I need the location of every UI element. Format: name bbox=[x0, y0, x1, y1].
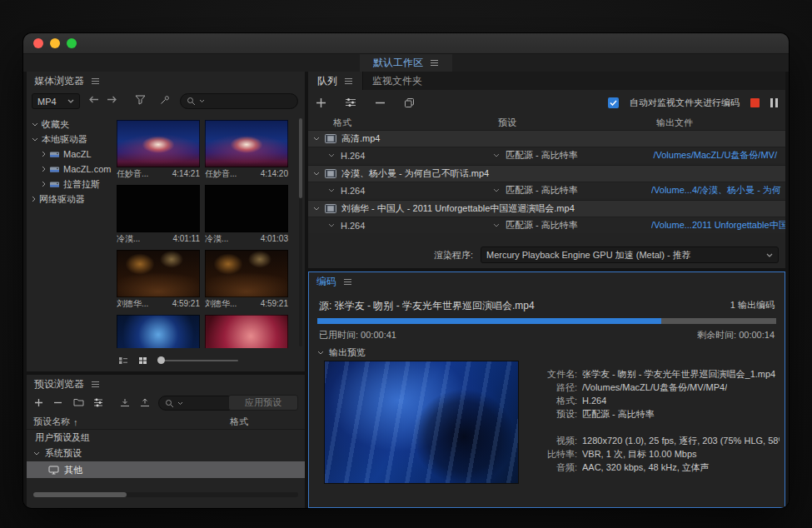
preset-name-column[interactable]: 预设名称 ↑ bbox=[27, 416, 78, 428]
thumbnail-view-icon[interactable] bbox=[138, 356, 147, 365]
chevron-down-icon[interactable] bbox=[32, 122, 38, 127]
pause-queue-button[interactable] bbox=[770, 98, 778, 107]
preset-row-user-presets[interactable]: 用户预设及组 bbox=[27, 430, 305, 446]
video-clip[interactable]: 冷漠... 4:01:11 bbox=[117, 185, 200, 245]
output-path-link[interactable]: /Volume...4/冷漠、杨小曼 - 为何 bbox=[651, 185, 781, 195]
output-preview-toggle[interactable]: 输出预览 bbox=[317, 346, 366, 359]
panel-menu-icon[interactable] bbox=[91, 77, 100, 85]
queue-source-row[interactable]: 冷漠、杨小曼 - 为何自己不听话.mp4 bbox=[308, 165, 785, 182]
import-preset-icon[interactable] bbox=[120, 398, 130, 407]
zoom-button[interactable] bbox=[67, 38, 77, 48]
media-search-box[interactable] bbox=[180, 93, 298, 109]
video-clip-partial[interactable] bbox=[205, 315, 288, 348]
duplicate-icon[interactable] bbox=[404, 97, 415, 108]
chevron-down-icon[interactable] bbox=[177, 401, 183, 406]
tree-item-drive-laplace[interactable]: 拉普拉斯 bbox=[27, 177, 115, 192]
tree-item-drive-maczl[interactable]: MacZL bbox=[27, 147, 115, 162]
remove-icon[interactable] bbox=[375, 97, 386, 108]
panel-menu-icon[interactable] bbox=[344, 77, 353, 85]
add-source-icon[interactable] bbox=[316, 97, 326, 108]
auto-encode-checkbox[interactable] bbox=[608, 97, 619, 108]
export-preset-icon[interactable] bbox=[140, 398, 150, 407]
output-format-link[interactable]: H.264 bbox=[341, 221, 365, 231]
chevron-down-icon[interactable] bbox=[313, 137, 320, 141]
preset-browser-header: 预设浏览器 bbox=[27, 375, 305, 393]
panel-menu-icon[interactable] bbox=[91, 381, 100, 388]
panel-menu-icon[interactable] bbox=[343, 278, 352, 286]
chevron-right-icon[interactable] bbox=[42, 181, 46, 187]
tree-item-drive-maczl-com[interactable]: MacZL.com bbox=[27, 162, 115, 177]
vertical-scrollbar[interactable] bbox=[299, 118, 302, 346]
preset-row-label: 系统预设 bbox=[45, 447, 82, 460]
preset-format-column[interactable]: 格式 bbox=[230, 416, 248, 428]
chevron-right-icon[interactable] bbox=[32, 196, 36, 202]
chevron-down-icon[interactable] bbox=[493, 188, 500, 192]
chevron-down-icon[interactable] bbox=[32, 137, 38, 142]
stop-queue-button[interactable] bbox=[750, 98, 760, 107]
scrollbar-thumb[interactable] bbox=[299, 118, 302, 198]
media-search-input[interactable] bbox=[208, 97, 291, 107]
chevron-right-icon[interactable] bbox=[42, 151, 46, 157]
video-clip[interactable]: 刘德华... 4:59:21 bbox=[205, 250, 288, 310]
output-preset-link[interactable]: 匹配源 - 高比特率 bbox=[506, 219, 578, 232]
chevron-down-icon[interactable] bbox=[313, 207, 320, 211]
preset-row-system-presets[interactable]: 系统预设 bbox=[27, 446, 305, 461]
back-button[interactable] bbox=[88, 95, 99, 104]
video-clip[interactable]: 刘德华... 4:59:21 bbox=[117, 250, 200, 310]
horizontal-scrollbar[interactable] bbox=[33, 492, 298, 497]
preset-settings-icon[interactable] bbox=[93, 398, 103, 407]
output-format-link[interactable]: H.264 bbox=[341, 186, 365, 196]
scrollbar-thumb[interactable] bbox=[33, 492, 127, 497]
new-preset-group-icon[interactable] bbox=[73, 398, 84, 406]
list-view-icon[interactable] bbox=[118, 356, 128, 365]
chevron-down-icon[interactable] bbox=[33, 451, 40, 456]
video-clip[interactable]: 冷漠... 4:01:03 bbox=[205, 185, 288, 245]
tab-watch-folders[interactable]: 监视文件夹 bbox=[362, 72, 431, 90]
chevron-down-icon[interactable] bbox=[199, 99, 205, 103]
media-browser-footer bbox=[27, 350, 305, 371]
video-clip[interactable]: 任妙音... 4:14:20 bbox=[205, 120, 288, 180]
preset-row-other[interactable]: 其他 bbox=[27, 461, 305, 478]
video-clip[interactable]: 任妙音... 4:14:21 bbox=[117, 120, 200, 180]
queue-output-row[interactable]: H.264 匹配源 - 高比特率 /Volume...2011 Unforget… bbox=[308, 217, 785, 233]
format-filter-dropdown[interactable]: MP4 bbox=[32, 93, 80, 109]
chevron-down-icon[interactable] bbox=[493, 153, 500, 157]
ingest-settings-icon[interactable] bbox=[160, 95, 170, 105]
output-path-link[interactable]: /Volume...2011 Unforgettable中国 bbox=[651, 220, 785, 230]
queue-source-row[interactable]: 刘德华 - 中国人 - 2011 Unforgettable中国巡迴演唱会.mp… bbox=[308, 200, 785, 217]
add-output-icon[interactable] bbox=[345, 97, 356, 107]
minimize-button[interactable] bbox=[50, 38, 60, 48]
encoding-source-name: 源: 张学友 - 吻别 - 学友光年世界巡回演唱会.mp4 bbox=[319, 299, 535, 313]
thumbnail-zoom-slider[interactable] bbox=[158, 360, 238, 361]
queue-source-row[interactable]: 高清.mp4 bbox=[308, 130, 785, 147]
chevron-right-icon[interactable] bbox=[42, 166, 46, 172]
video-clip-partial[interactable] bbox=[117, 315, 200, 348]
close-button[interactable] bbox=[33, 38, 43, 48]
tree-item-favorites[interactable]: 收藏夹 bbox=[27, 117, 115, 132]
tab-queue[interactable]: 队列 bbox=[308, 72, 362, 90]
chevron-down-icon[interactable] bbox=[493, 223, 500, 227]
remove-preset-icon[interactable] bbox=[53, 398, 62, 407]
forward-button[interactable] bbox=[107, 95, 117, 104]
renderer-dropdown[interactable]: Mercury Playback Engine GPU 加速 (Metal) -… bbox=[481, 247, 779, 263]
tree-item-local-drives[interactable]: 本地驱动器 bbox=[27, 132, 115, 147]
queue-output-row[interactable]: H.264 匹配源 - 高比特率 /Volumes/MacZL/U盘备份/MV/ bbox=[308, 147, 785, 163]
chevron-down-icon[interactable] bbox=[328, 188, 335, 192]
chevron-down-icon[interactable] bbox=[328, 153, 335, 157]
output-path-link[interactable]: /Volumes/MacZL/U盘备份/MV/ bbox=[653, 150, 777, 160]
chevron-down-icon[interactable] bbox=[317, 351, 324, 355]
filter-icon[interactable] bbox=[135, 95, 146, 105]
workspace-menu-icon[interactable] bbox=[430, 59, 439, 67]
chevron-down-icon[interactable] bbox=[328, 223, 335, 227]
output-format-link[interactable]: H.264 bbox=[341, 151, 365, 161]
output-preset-link[interactable]: 匹配源 - 高比特率 bbox=[506, 149, 578, 162]
queue-output-row[interactable]: H.264 匹配源 - 高比特率 /Volume...4/冷漠、杨小曼 - 为何 bbox=[308, 182, 785, 198]
window-titlebar[interactable] bbox=[23, 33, 789, 54]
apply-preset-button[interactable]: 应用预设 bbox=[228, 395, 298, 411]
slider-knob[interactable] bbox=[157, 356, 165, 364]
tree-item-network-drives[interactable]: 网络驱动器 bbox=[27, 192, 115, 207]
output-preset-link[interactable]: 匹配源 - 高比特率 bbox=[506, 184, 578, 197]
add-preset-icon[interactable] bbox=[34, 398, 43, 407]
workspace-tab-default[interactable]: 默认工作区 bbox=[360, 54, 452, 72]
chevron-down-icon[interactable] bbox=[313, 172, 320, 176]
